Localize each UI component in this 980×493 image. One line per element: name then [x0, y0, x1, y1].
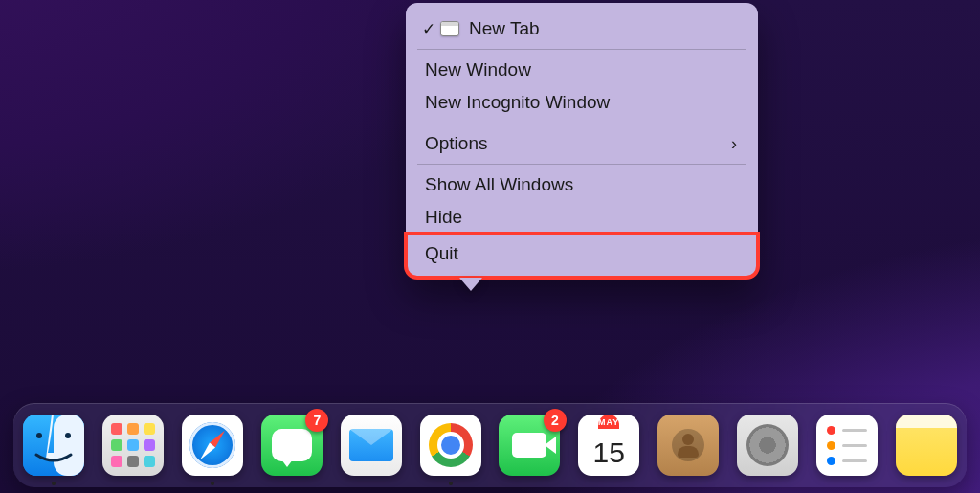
menu-item-label: New Incognito Window	[425, 92, 610, 113]
mail-icon	[341, 415, 402, 476]
dock-item-calendar[interactable]: MAY 15	[578, 415, 640, 476]
gear-icon	[737, 415, 798, 476]
dock-context-menu: ✓ New Tab New Window New Incognito Windo…	[406, 3, 758, 278]
dock-item-reminders[interactable]	[815, 415, 878, 476]
notes-icon	[896, 415, 957, 476]
dock-item-notes[interactable]	[895, 415, 957, 476]
menu-item-hide[interactable]: Hide	[406, 201, 758, 234]
calendar-day: 15	[593, 429, 625, 476]
running-indicator	[211, 482, 214, 485]
dock-item-contacts[interactable]	[657, 415, 720, 476]
menu-item-new-incognito-window[interactable]: New Incognito Window	[406, 86, 758, 119]
dock-item-facetime[interactable]: 2	[499, 415, 561, 476]
menu-item-show-all-windows[interactable]: Show All Windows	[406, 168, 758, 201]
dock: 7 2 MAY 15	[13, 403, 967, 487]
reminders-icon	[816, 415, 878, 476]
dock-item-mail[interactable]	[340, 415, 402, 476]
launchpad-icon	[102, 415, 164, 476]
dock-item-finder[interactable]	[23, 415, 85, 476]
dock-item-chrome[interactable]	[419, 415, 481, 476]
notification-badge: 2	[544, 409, 567, 432]
menu-item-label: Show All Windows	[425, 174, 573, 195]
menu-item-label: Options	[425, 133, 487, 154]
calendar-month: MAY	[598, 415, 619, 429]
safari-icon	[182, 415, 243, 476]
dock-item-messages[interactable]: 7	[260, 415, 323, 476]
checkmark-icon: ✓	[419, 19, 438, 39]
menu-item-label: New Window	[425, 59, 531, 80]
running-indicator	[52, 482, 56, 485]
dock-item-launchpad[interactable]	[102, 415, 165, 476]
desktop: ✓ New Tab New Window New Incognito Windo…	[0, 0, 980, 493]
notification-badge: 7	[305, 409, 328, 432]
running-indicator	[449, 482, 453, 485]
menu-pointer	[459, 278, 482, 291]
chrome-icon	[420, 415, 481, 476]
dock-item-settings[interactable]	[736, 415, 798, 476]
calendar-icon: MAY 15	[578, 415, 639, 476]
svg-point-2	[36, 433, 42, 438]
dock-item-safari[interactable]	[182, 415, 244, 476]
menu-item-label: New Tab	[469, 18, 540, 39]
svg-rect-1	[54, 415, 84, 476]
chevron-right-icon: ›	[731, 134, 737, 154]
menu-item-new-tab[interactable]: ✓ New Tab	[406, 12, 758, 45]
contacts-icon	[657, 415, 719, 476]
window-icon	[440, 21, 459, 36]
menu-item-label: Quit	[425, 243, 458, 264]
menu-item-new-window[interactable]: New Window	[406, 54, 758, 86]
menu-item-options[interactable]: Options ›	[406, 127, 758, 160]
svg-point-3	[65, 433, 71, 438]
menu-item-label: Hide	[425, 207, 462, 228]
menu-item-quit[interactable]: Quit	[406, 234, 758, 278]
finder-icon	[23, 415, 84, 476]
